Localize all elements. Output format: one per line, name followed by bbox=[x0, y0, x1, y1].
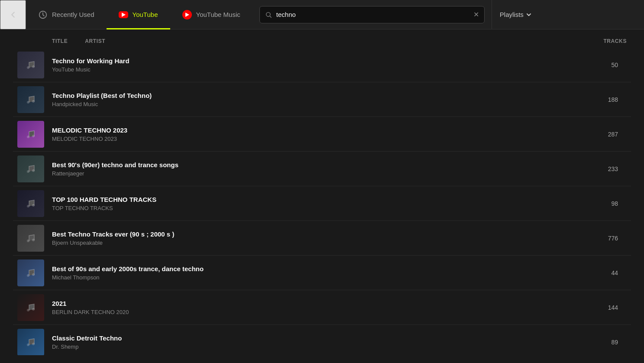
playlist-tracks-count: 233 bbox=[575, 165, 627, 172]
youtube-icon bbox=[119, 10, 128, 19]
playlist-tracks-count: 776 bbox=[575, 235, 627, 242]
playlist-item[interactable]: Techno for Working Hard YouTube Music 50 bbox=[13, 48, 631, 82]
playlist-thumbnail bbox=[17, 225, 44, 252]
playlist-info: Best of 90s and early 2000s trance, danc… bbox=[52, 265, 575, 281]
playlist-title: MELODIC TECHNO 2023 bbox=[52, 126, 575, 134]
music-note-icon bbox=[25, 163, 37, 175]
youtube-music-icon bbox=[182, 10, 192, 19]
top-nav: Recently Used YouTube YouTube Music ✕ Pl… bbox=[0, 0, 644, 29]
col-title-label: TITLE bbox=[52, 38, 68, 44]
svg-point-13 bbox=[27, 240, 29, 242]
playlists-label: Playlists bbox=[500, 11, 524, 18]
playlist-thumbnail bbox=[17, 86, 44, 113]
svg-point-18 bbox=[32, 308, 35, 311]
search-input[interactable] bbox=[276, 11, 469, 18]
playlist-title: Techno for Working Hard bbox=[52, 57, 575, 65]
playlist-tracks-count: 98 bbox=[575, 200, 627, 207]
playlist-artist: Handpicked Music bbox=[52, 101, 575, 107]
playlist-tracks-count: 287 bbox=[575, 131, 627, 138]
playlist-artist: Bjoern Unspeakable bbox=[52, 240, 575, 246]
tab-youtube-label: YouTube bbox=[133, 11, 158, 18]
playlist-tracks-count: 44 bbox=[575, 269, 627, 276]
svg-point-9 bbox=[27, 170, 29, 173]
playlist-info: Techno for Working Hard YouTube Music bbox=[52, 57, 575, 73]
music-note-icon bbox=[25, 198, 37, 210]
music-note-icon bbox=[25, 301, 37, 314]
playlist-info: Best 90's (90er) techno and trance songs… bbox=[52, 161, 575, 177]
col-artist-label: ARTIST bbox=[85, 38, 105, 44]
playlist-tracks-count: 144 bbox=[575, 304, 627, 311]
tab-recently-used[interactable]: Recently Used bbox=[26, 0, 107, 29]
svg-point-3 bbox=[27, 66, 29, 69]
playlist-artist: Michael Thompson bbox=[52, 274, 575, 281]
music-note-icon bbox=[25, 59, 37, 71]
playlist-title: Best Techno Tracks ever (90 s ; 2000 s ) bbox=[52, 230, 575, 238]
back-icon bbox=[8, 10, 18, 19]
svg-point-5 bbox=[27, 101, 29, 104]
playlist-item[interactable]: 2021 BERLIN DARK TECHNO 2020 144 bbox=[13, 290, 631, 325]
playlist-title: TOP 100 HARD TECHNO TRACKS bbox=[52, 196, 575, 203]
playlist-artist: TOP TECHNO TRACKS bbox=[52, 205, 575, 211]
svg-point-6 bbox=[32, 100, 35, 103]
search-clear-button[interactable]: ✕ bbox=[473, 10, 479, 19]
svg-point-20 bbox=[32, 343, 35, 345]
music-note-icon bbox=[25, 232, 37, 244]
search-bar: ✕ bbox=[259, 6, 485, 23]
svg-point-19 bbox=[27, 344, 29, 346]
playlist-artist: BERLIN DARK TECHNO 2020 bbox=[52, 309, 575, 315]
tab-recently-used-label: Recently Used bbox=[52, 11, 94, 18]
playlist-thumbnail bbox=[17, 190, 44, 217]
playlist-info: TOP 100 HARD TECHNO TRACKS TOP TECHNO TR… bbox=[52, 196, 575, 211]
playlist-item[interactable]: Classic Detroit Techno Dr. Shemp 89 bbox=[13, 325, 631, 355]
playlist-info: Classic Detroit Techno Dr. Shemp bbox=[52, 334, 575, 350]
playlist-thumbnail bbox=[17, 259, 44, 286]
svg-point-15 bbox=[27, 274, 29, 277]
playlist-thumbnail bbox=[17, 156, 44, 182]
playlist-item[interactable]: Best 90's (90er) techno and trance songs… bbox=[13, 152, 631, 186]
back-button[interactable] bbox=[0, 0, 26, 29]
playlist-title: Techno Playlist (Best of Techno) bbox=[52, 92, 575, 99]
svg-point-7 bbox=[27, 136, 29, 138]
music-note-icon bbox=[25, 336, 37, 348]
playlist-thumbnail bbox=[17, 121, 44, 148]
playlist-tracks-count: 50 bbox=[575, 62, 627, 68]
svg-point-1 bbox=[266, 12, 270, 16]
tab-youtube[interactable]: YouTube bbox=[107, 0, 170, 29]
playlist-thumbnail bbox=[17, 329, 44, 356]
column-headers: TITLE ARTIST TRACKS bbox=[13, 38, 631, 44]
main-content: TITLE ARTIST TRACKS Techno for Working H… bbox=[0, 29, 644, 363]
playlist-item[interactable]: Best Techno Tracks ever (90 s ; 2000 s )… bbox=[13, 221, 631, 256]
tab-youtube-music[interactable]: YouTube Music bbox=[170, 0, 252, 29]
svg-point-4 bbox=[32, 65, 35, 68]
svg-point-16 bbox=[32, 273, 35, 276]
playlist-item[interactable]: Best of 90s and early 2000s trance, danc… bbox=[13, 256, 631, 290]
playlist-info: MELODIC TECHNO 2023 MELODIC TECHNO 2023 bbox=[52, 126, 575, 142]
playlist-title: 2021 bbox=[52, 300, 575, 307]
playlist-item[interactable]: TOP 100 HARD TECHNO TRACKS TOP TECHNO TR… bbox=[13, 186, 631, 221]
svg-point-14 bbox=[32, 239, 35, 241]
music-note-icon bbox=[25, 267, 37, 279]
playlist-info: Techno Playlist (Best of Techno) Handpic… bbox=[52, 92, 575, 107]
music-note-icon bbox=[25, 128, 37, 140]
music-note-icon bbox=[25, 94, 37, 106]
playlist-tracks-count: 188 bbox=[575, 96, 627, 103]
playlist-tracks-count: 89 bbox=[575, 339, 627, 346]
playlist-info: 2021 BERLIN DARK TECHNO 2020 bbox=[52, 300, 575, 315]
tab-youtube-music-label: YouTube Music bbox=[196, 11, 240, 18]
chevron-down-icon bbox=[526, 12, 531, 17]
col-title-artist: TITLE ARTIST bbox=[52, 38, 575, 44]
playlist-thumbnail bbox=[17, 294, 44, 321]
search-icon bbox=[265, 11, 272, 18]
col-tracks-label: TRACKS bbox=[575, 38, 627, 44]
playlist-item[interactable]: Techno Playlist (Best of Techno) Handpic… bbox=[13, 82, 631, 117]
playlist-artist: YouTube Music bbox=[52, 66, 575, 73]
playlist-thumbnail bbox=[17, 52, 44, 78]
svg-line-2 bbox=[270, 16, 272, 18]
playlists-dropdown[interactable]: Playlists bbox=[492, 0, 539, 29]
clock-icon bbox=[38, 10, 48, 19]
playlist-item[interactable]: MELODIC TECHNO 2023 MELODIC TECHNO 2023 … bbox=[13, 117, 631, 152]
svg-point-8 bbox=[32, 135, 35, 137]
playlist-title: Best 90's (90er) techno and trance songs bbox=[52, 161, 575, 169]
playlist-info: Best Techno Tracks ever (90 s ; 2000 s )… bbox=[52, 230, 575, 246]
playlist-artist: Rattenjaeger bbox=[52, 170, 575, 177]
